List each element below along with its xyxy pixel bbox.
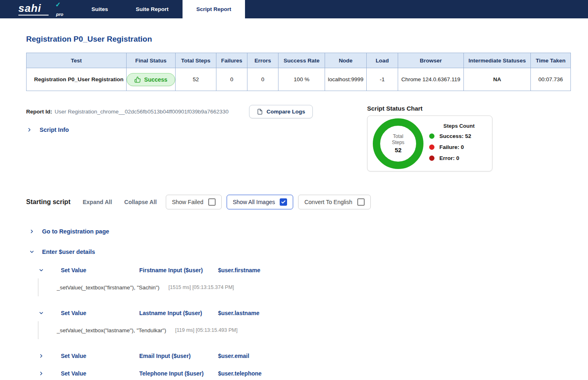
load-value: -1 <box>367 68 398 91</box>
status-badge[interactable]: Success <box>127 73 175 86</box>
success-rate-value: 100 % <box>278 68 325 91</box>
sahi-pro-logo[interactable]: sahi ✓ pro <box>18 0 63 18</box>
script-info-label: Script Info <box>40 127 69 133</box>
compare-logs-button[interactable]: Compare Logs <box>249 105 313 118</box>
step-action[interactable]: Set Value <box>61 353 139 359</box>
expand-all-link[interactable]: Expand All <box>82 199 112 205</box>
donut-total-value: 52 <box>395 147 402 153</box>
col-header-success-rate: Success Rate <box>278 53 325 68</box>
total-steps-value: 52 <box>176 68 216 91</box>
steps-donut-chart: Total Steps 52 <box>373 118 423 169</box>
log-timestamp: [119 ms] [05:13:15.493 PM] <box>175 327 238 333</box>
col-header-node: Node <box>325 53 367 68</box>
col-header-browser: Browser <box>398 53 464 68</box>
step-action[interactable]: Set Value <box>61 267 139 273</box>
table-row: Registration P0_User Registration Succes… <box>27 68 571 91</box>
step-target: Email Input ($user) <box>139 353 218 359</box>
report-section: Report Id: User Registration_chrome__02d… <box>26 105 570 175</box>
show-all-images-label: Show All Images <box>233 199 275 205</box>
legend-success-label: Success: 52 <box>439 133 471 139</box>
intermediate-statuses-value: NA <box>464 68 531 91</box>
logo-text: sahi <box>18 3 49 16</box>
tree-node-go-to-registration[interactable]: Go to Registration page <box>29 227 570 236</box>
thumbs-up-icon <box>134 76 141 83</box>
step-target: Firstname Input ($user) <box>139 267 218 273</box>
top-navbar: sahi ✓ pro Suites Suite Report Script Re… <box>0 0 588 18</box>
col-header-time-taken: Time Taken <box>531 53 571 68</box>
step-set-value-firstname[interactable]: Set Value Firstname Input ($user) $user.… <box>38 265 570 275</box>
tree-node-label[interactable]: Go to Registration page <box>42 228 109 235</box>
chevron-right-icon[interactable] <box>38 353 45 359</box>
show-failed-checkbox[interactable] <box>208 198 216 206</box>
success-dot-icon <box>429 133 434 139</box>
show-all-images-toggle[interactable]: Show All Images <box>227 195 294 209</box>
log-timestamp: [1515 ms] [05:13:15.374 PM] <box>169 284 234 290</box>
chevron-right-icon[interactable] <box>26 127 33 133</box>
results-table: Test Final Status Total Steps Failures E… <box>26 53 571 91</box>
logo-sub-text: pro <box>56 12 63 17</box>
convert-to-english-checkbox[interactable] <box>357 198 365 206</box>
chevron-right-icon[interactable] <box>29 229 35 234</box>
failures-value: 0 <box>216 68 247 91</box>
chart-legend: Steps Count Success: 52 Failure: 0 Error… <box>423 119 492 169</box>
script-toolbar: Starting script Expand All Collapse All … <box>26 195 570 209</box>
step-set-value-email[interactable]: Set Value Email Input ($user) $user.emai… <box>38 351 570 361</box>
step-set-value-telephone[interactable]: Set Value Telephone Input ($user) $user.… <box>38 369 570 378</box>
show-all-images-checkbox[interactable] <box>280 198 287 206</box>
step-log-lastname: _setValue(_textbox("lastname"), "Tendulk… <box>38 321 570 339</box>
tab-suites[interactable]: Suites <box>78 0 122 18</box>
tree-node-enter-user-details[interactable]: Enter $user details <box>29 247 570 257</box>
final-status-cell: Success <box>127 68 176 91</box>
chart-title: Script Status Chart <box>367 105 492 112</box>
starting-script-label: Starting script <box>26 198 70 206</box>
failure-dot-icon <box>429 144 434 150</box>
donut-label-line2: Steps <box>392 140 405 146</box>
step-action[interactable]: Set Value <box>61 310 139 316</box>
step-target: Telephone Input ($user) <box>139 370 218 377</box>
step-value: $user.firstname <box>218 267 261 273</box>
nav-tabs: Suites Suite Report Script Report <box>78 0 245 18</box>
log-code: _setValue(_textbox("lastname"), "Tendulk… <box>57 327 166 333</box>
step-target: Lastname Input ($user) <box>139 310 218 316</box>
tab-suite-report[interactable]: Suite Report <box>122 0 183 18</box>
tab-script-report[interactable]: Script Report <box>183 0 245 18</box>
test-name-link[interactable]: Registration P0_User Registration <box>27 68 127 91</box>
compare-logs-label: Compare Logs <box>267 109 305 115</box>
step-action[interactable]: Set Value <box>61 370 139 377</box>
step-value: $user.telephone <box>218 370 262 377</box>
step-log-firstname: _setValue(_textbox("firstname"), "Sachin… <box>38 278 570 296</box>
legend-item-error: Error: 0 <box>429 155 489 161</box>
report-id-label: Report Id: <box>26 109 52 115</box>
chevron-down-icon[interactable] <box>38 310 45 316</box>
step-value: $user.email <box>218 353 249 359</box>
script-step-tree: Go to Registration page Enter $user deta… <box>26 227 570 378</box>
chevron-down-icon[interactable] <box>38 267 45 273</box>
show-failed-label: Show Failed <box>172 199 203 205</box>
convert-to-english-label: Convert To English <box>304 199 352 205</box>
step-value: $user.lastname <box>218 310 259 316</box>
errors-value: 0 <box>247 68 278 91</box>
script-status-chart: Script Status Chart Total Steps 52 Steps… <box>367 105 492 171</box>
chevron-right-icon[interactable] <box>38 371 45 376</box>
legend-error-label: Error: 0 <box>439 155 459 161</box>
legend-item-success: Success: 52 <box>429 133 489 139</box>
time-taken-value: 00:07.736 <box>531 68 571 91</box>
col-header-final-status: Final Status <box>127 53 176 68</box>
log-code: _setValue(_textbox("firstname"), "Sachin… <box>57 284 160 291</box>
error-dot-icon <box>429 156 434 161</box>
node-value: localhost:9999 <box>325 68 367 91</box>
page-title: Registration P0_User Registration <box>26 35 570 44</box>
results-header-row: Test Final Status Total Steps Failures E… <box>27 53 571 68</box>
col-header-errors: Errors <box>247 53 278 68</box>
status-label: Success <box>144 76 167 83</box>
col-header-test: Test <box>27 53 127 68</box>
col-header-total-steps: Total Steps <box>176 53 216 68</box>
collapse-all-link[interactable]: Collapse All <box>124 199 157 205</box>
legend-item-failure: Failure: 0 <box>429 144 489 150</box>
step-set-value-lastname[interactable]: Set Value Lastname Input ($user) $user.l… <box>38 308 570 318</box>
show-failed-toggle[interactable]: Show Failed <box>166 195 222 209</box>
convert-to-english-toggle[interactable]: Convert To English <box>298 195 370 209</box>
tree-node-label[interactable]: Enter $user details <box>42 249 95 255</box>
file-icon <box>257 109 263 115</box>
chevron-down-icon[interactable] <box>29 249 35 255</box>
